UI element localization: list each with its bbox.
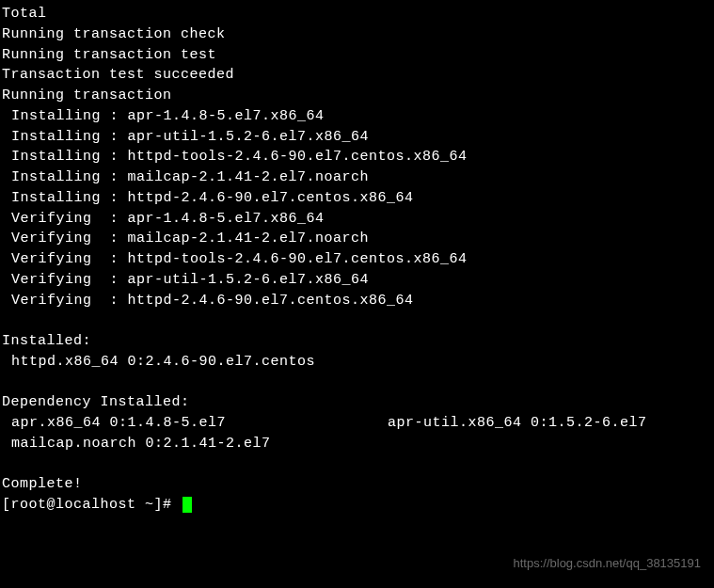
shell-prompt[interactable]: [root@localhost ~]# bbox=[2, 495, 712, 516]
action-line: Verifying : apr-util-1.5.2-6.el7.x86_64 bbox=[2, 270, 712, 291]
action-line: Verifying : apr-1.4.8-5.el7.x86_64 bbox=[2, 209, 712, 230]
action-line: Installing : httpd-tools-2.4.6-90.el7.ce… bbox=[2, 147, 712, 167]
dep-pkg: apr.x86_64 0:1.4.8-5.el7 bbox=[2, 413, 388, 434]
action-line: Installing : mailcap-2.1.41-2.el7.noarch bbox=[2, 167, 712, 188]
dependency-row: apr.x86_64 0:1.4.8-5.el7 apr-util.x86_64… bbox=[2, 413, 712, 434]
prompt-text: [root@localhost ~]# bbox=[2, 497, 181, 513]
cursor-icon bbox=[182, 497, 192, 513]
installed-pkg: httpd.x86_64 0:2.4.6-90.el7.centos bbox=[2, 352, 712, 373]
watermark-text: https://blog.csdn.net/qq_38135191 bbox=[514, 555, 702, 573]
check-line: Running transaction check bbox=[2, 24, 712, 45]
dep-pkg: mailcap.noarch 0:2.1.41-2.el7 bbox=[2, 434, 712, 454]
dependency-heading: Dependency Installed: bbox=[2, 392, 712, 413]
dep-pkg: apr-util.x86_64 0:1.5.2-6.el7 bbox=[388, 413, 647, 434]
action-line: Verifying : mailcap-2.1.41-2.el7.noarch bbox=[2, 229, 712, 249]
action-line: Installing : apr-1.4.8-5.el7.x86_64 bbox=[2, 106, 712, 127]
succeeded-line: Transaction test succeeded bbox=[2, 65, 712, 86]
blank-line bbox=[2, 454, 712, 475]
action-line: Verifying : httpd-tools-2.4.6-90.el7.cen… bbox=[2, 249, 712, 270]
running-line: Running transaction bbox=[2, 86, 712, 106]
action-line: Installing : apr-util-1.5.2-6.el7.x86_64 bbox=[2, 127, 712, 148]
total-line: Total bbox=[2, 4, 712, 24]
installed-heading: Installed: bbox=[2, 331, 712, 352]
action-line: Verifying : httpd-2.4.6-90.el7.centos.x8… bbox=[2, 291, 712, 311]
blank-line bbox=[2, 373, 712, 393]
complete-line: Complete! bbox=[2, 474, 712, 495]
action-line: Installing : httpd-2.4.6-90.el7.centos.x… bbox=[2, 188, 712, 209]
blank-line bbox=[2, 310, 712, 331]
test-line: Running transaction test bbox=[2, 45, 712, 66]
